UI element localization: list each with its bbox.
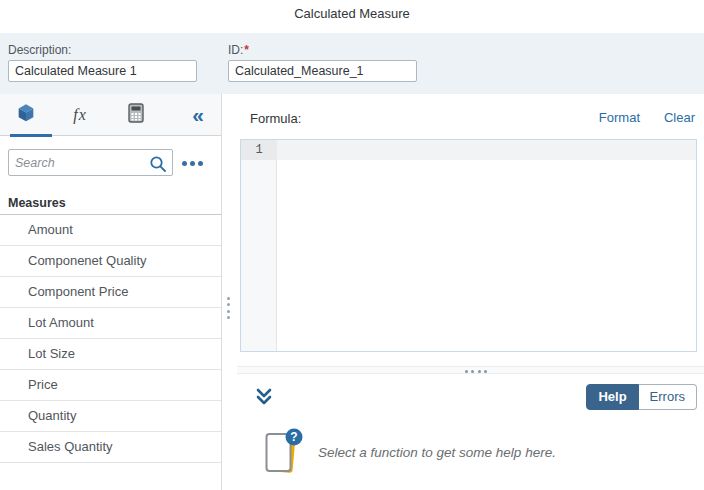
search-row bbox=[8, 149, 214, 176]
help-errors-segmented-control: Help Errors bbox=[586, 384, 697, 410]
errors-tab-button[interactable]: Errors bbox=[639, 384, 697, 410]
list-item[interactable]: Componenet Quality bbox=[0, 246, 221, 277]
format-button[interactable]: Format bbox=[599, 110, 640, 125]
list-item[interactable]: Lot Amount bbox=[0, 308, 221, 339]
help-hint-text: Select a function to get some help here. bbox=[318, 445, 556, 460]
header-form-band: Description: ID:* bbox=[0, 33, 704, 94]
page-title: Calculated Measure bbox=[0, 6, 704, 21]
list-item[interactable]: Lot Size bbox=[0, 339, 221, 370]
description-label: Description: bbox=[8, 43, 71, 57]
description-input[interactable] bbox=[8, 60, 197, 82]
collapse-sidebar-button[interactable]: « bbox=[183, 94, 213, 136]
vertical-splitter-handle[interactable] bbox=[225, 297, 231, 319]
required-marker: * bbox=[244, 43, 249, 57]
horizontal-splitter-handle[interactable] bbox=[237, 366, 704, 374]
formula-label: Formula: bbox=[250, 111, 301, 126]
id-label: ID:* bbox=[228, 43, 249, 57]
editor-active-line bbox=[241, 140, 696, 160]
overflow-icon[interactable] bbox=[182, 156, 212, 170]
measures-list: Amount Componenet Quality Component Pric… bbox=[0, 214, 221, 463]
selected-tab-underline bbox=[10, 134, 52, 137]
list-item[interactable]: Quantity bbox=[0, 401, 221, 432]
calculator-icon bbox=[127, 103, 145, 127]
tab-operators[interactable] bbox=[114, 94, 158, 136]
question-mark-glyph: ? bbox=[290, 430, 297, 444]
splitter-grip-icon bbox=[465, 369, 487, 373]
clear-button[interactable]: Clear bbox=[664, 110, 695, 125]
help-tab-button[interactable]: Help bbox=[586, 384, 638, 410]
sidebar: fx « bbox=[0, 94, 222, 490]
search-input[interactable] bbox=[15, 151, 145, 174]
expand-panel-button[interactable] bbox=[252, 385, 278, 409]
id-input[interactable] bbox=[228, 60, 417, 82]
double-chevron-down-icon bbox=[252, 395, 276, 412]
tab-functions[interactable]: fx bbox=[58, 94, 102, 136]
editor-gutter bbox=[241, 140, 277, 351]
sidebar-tabstrip: fx « bbox=[0, 94, 221, 136]
line-number: 1 bbox=[241, 140, 277, 160]
cube-icon bbox=[15, 102, 37, 128]
search-icon[interactable] bbox=[148, 154, 168, 174]
formula-editor[interactable]: 1 bbox=[240, 139, 697, 352]
search-box bbox=[8, 149, 173, 176]
list-item[interactable]: Sales Quantity bbox=[0, 432, 221, 463]
measures-group-header: Measures bbox=[8, 196, 66, 210]
list-item[interactable]: Amount bbox=[0, 215, 221, 246]
fx-icon: fx bbox=[73, 106, 87, 124]
list-item[interactable]: Component Price bbox=[0, 277, 221, 308]
double-chevron-left-icon: « bbox=[192, 103, 204, 127]
tab-measures[interactable] bbox=[4, 94, 48, 136]
calculated-measure-dialog: Calculated Measure Description: ID:* fx bbox=[0, 0, 704, 490]
document-question-icon: ? bbox=[263, 427, 305, 481]
list-item[interactable]: Price bbox=[0, 370, 221, 401]
